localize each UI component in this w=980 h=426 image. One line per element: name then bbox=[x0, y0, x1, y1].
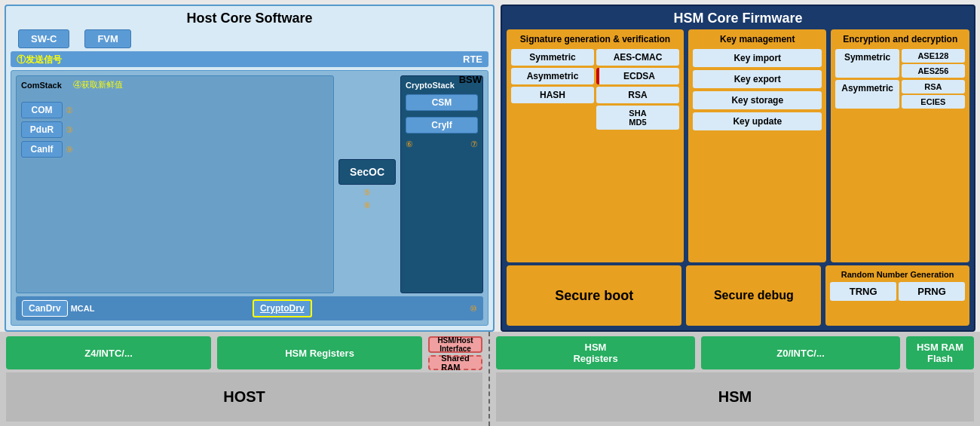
rng-title: Random Number Generation bbox=[830, 270, 965, 279]
hsm-registers-right-box: HSM Registers bbox=[496, 336, 695, 369]
host-core-software-panel: Host Core Software SW-C FVM ①发送信号 RTE BS… bbox=[5, 5, 495, 332]
candrv-module: CanDrv bbox=[22, 300, 68, 317]
signal-text: ①发送信号 bbox=[17, 54, 62, 66]
secoc-module: SecOC bbox=[338, 159, 396, 185]
hsm-host-interface-box: HSM/Host Interface bbox=[428, 336, 482, 353]
host-core-title: Host Core Software bbox=[11, 11, 488, 26]
sig-title: Signature generation & verification bbox=[511, 34, 679, 44]
page-wrapper: Host Core Software SW-C FVM ①发送信号 RTE BS… bbox=[0, 0, 980, 426]
sig-hash: HASH bbox=[511, 87, 594, 103]
mcal-left: CanDrv MCAL bbox=[22, 300, 94, 317]
secure-boot-panel: Secure boot bbox=[507, 265, 681, 326]
enc-grid: Symmetric ASE128 AES256 Asymmetric RSA E… bbox=[835, 49, 965, 109]
hsm-top-panels: Signature generation & verification Symm… bbox=[507, 29, 969, 262]
fvm-module: FVM bbox=[84, 29, 130, 48]
enc-dec-title: Encryption and decryption bbox=[835, 34, 965, 44]
rte-bar: ①发送信号 RTE bbox=[11, 51, 488, 67]
cryptodrv-module: CryptoDrv bbox=[253, 299, 312, 317]
z0-box: Z0/INTC/... bbox=[701, 336, 900, 369]
secure-debug-label: Secure debug bbox=[714, 289, 794, 302]
sig-asymmetric: Asymmetric bbox=[511, 68, 594, 84]
secure-boot-label: Secure boot bbox=[555, 288, 633, 304]
hsm-label: HSM bbox=[496, 372, 974, 421]
hsm-green-boxes: HSM Registers Z0/INTC/... HSM RAM Flash bbox=[496, 336, 974, 369]
cryif-module: CryIf bbox=[406, 117, 478, 133]
shared-ram-box: Shared RAM bbox=[428, 355, 482, 370]
arrow6-label: ⑥ bbox=[406, 139, 413, 149]
sig-ecdsa: ECDSA bbox=[596, 68, 679, 84]
key-mgmt-title: Key management bbox=[693, 34, 822, 44]
enc-symmetric-label: Symmetric bbox=[835, 49, 899, 78]
arrow9-label: ⑨ bbox=[66, 145, 73, 155]
host-green-boxes: Z4/INTC/... HSM Registers HSM/Host Inter… bbox=[6, 336, 482, 369]
key-update: Key update bbox=[693, 112, 822, 130]
arrow10-label: ⑩ bbox=[470, 304, 477, 314]
bottom-hsm-side: HSM Registers Z0/INTC/... HSM RAM Flash … bbox=[490, 332, 980, 426]
bsw-inner: ComStack ④获取新鲜值 COM ② PduR ③ bbox=[16, 75, 483, 293]
secure-debug-panel: Secure debug bbox=[686, 265, 821, 326]
mcal-label: MCAL bbox=[71, 304, 95, 313]
enc-rsa: RSA bbox=[902, 80, 965, 93]
arrow7-label: ⑦ bbox=[470, 139, 478, 149]
arrow8-label: ⑧ bbox=[363, 201, 371, 210]
enc-ecies: ECIES bbox=[902, 95, 965, 109]
bsw-area: BSW ComStack ④获取新鲜值 COM ② P bbox=[11, 70, 488, 326]
arrow5-label: ⑤ bbox=[363, 188, 371, 198]
top-row: Host Core Software SW-C FVM ①发送信号 RTE BS… bbox=[0, 0, 980, 332]
sig-aes-cmac: AES-CMAC bbox=[596, 49, 679, 66]
crypto-arrows: ⑥ ⑦ bbox=[406, 139, 478, 149]
key-import: Key import bbox=[693, 49, 822, 67]
cryptostack-area: CryptoStack CSM CryIf ⑥ ⑦ bbox=[400, 75, 483, 293]
enc-aes-group: ASE128 AES256 bbox=[902, 49, 965, 78]
arrow3-label: ③ bbox=[66, 125, 73, 135]
bottom-host-side: Z4/INTC/... HSM Registers HSM/Host Inter… bbox=[0, 332, 490, 426]
sig-grid: Symmetric AES-CMAC Asymmetric ECDSA HASH… bbox=[511, 49, 679, 130]
bottom-row: Z4/INTC/... HSM Registers HSM/Host Inter… bbox=[0, 332, 980, 426]
secoc-area: SecOC ⑤ ⑧ bbox=[338, 75, 396, 293]
trng-box: TRNG bbox=[830, 282, 896, 301]
key-rows: Key import Key export Key storage Key up… bbox=[693, 49, 822, 130]
comstack-modules: COM ② PduR ③ CanIf ⑨ bbox=[21, 102, 329, 158]
key-mgmt-panel: Key management Key import Key export Key… bbox=[688, 29, 827, 262]
pdur-row: PduR ③ bbox=[21, 121, 329, 138]
csm-module: CSM bbox=[406, 94, 478, 111]
rng-panel: Random Number Generation TRNG PRNG bbox=[825, 265, 969, 326]
swc-module: SW-C bbox=[18, 29, 69, 48]
crypto-modules: CSM CryIf bbox=[406, 94, 478, 136]
key-storage: Key storage bbox=[693, 91, 822, 109]
canif-row: CanIf ⑨ bbox=[21, 141, 329, 158]
sig-panel: Signature generation & verification Symm… bbox=[507, 29, 684, 262]
sig-symmetric: Symmetric bbox=[511, 49, 594, 66]
enc-aes128: ASE128 bbox=[902, 49, 965, 63]
hsm-bottom-panels: Secure boot Secure debug Random Number G… bbox=[507, 265, 969, 326]
top-modules-row: SW-C FVM bbox=[11, 29, 488, 48]
enc-dec-panel: Encryption and decryption Symmetric ASE1… bbox=[831, 29, 969, 262]
rng-grid: TRNG PRNG bbox=[830, 282, 965, 301]
enc-asymmetric-label: Asymmetric bbox=[835, 80, 899, 109]
hsm-registers-left-box: HSM Registers bbox=[217, 336, 422, 369]
com-row: COM ② bbox=[21, 102, 329, 118]
enc-aes256: AES256 bbox=[902, 64, 965, 78]
hsm-core-title: HSM Core Firmware bbox=[507, 11, 969, 26]
mcal-bar: CanDrv MCAL CryptoDrv ⑩ bbox=[16, 296, 483, 320]
canif-module: CanIf bbox=[21, 141, 63, 158]
hsm-ram-box: HSM RAM Flash bbox=[906, 336, 974, 369]
prng-box: PRNG bbox=[899, 282, 965, 301]
fresh-text: ④获取新鲜值 bbox=[73, 79, 123, 90]
sig-rsa: RSA bbox=[596, 87, 679, 103]
bsw-label: BSW bbox=[459, 74, 482, 85]
comstack-area: ComStack ④获取新鲜值 COM ② PduR ③ bbox=[16, 75, 334, 293]
arrow2-label: ② bbox=[66, 106, 73, 115]
com-module: COM bbox=[21, 102, 63, 118]
z4-box: Z4/INTC/... bbox=[6, 336, 211, 369]
hsm-core-firmware-panel: HSM Core Firmware Signature generation &… bbox=[501, 5, 975, 332]
rte-label: RTE bbox=[463, 54, 482, 65]
host-label: HOST bbox=[6, 372, 482, 421]
pdur-module: PduR bbox=[21, 121, 63, 138]
key-export: Key export bbox=[693, 70, 822, 88]
sig-sha-md5: SHAMD5 bbox=[596, 106, 679, 130]
comstack-label: ComStack bbox=[21, 81, 329, 90]
enc-asym-group: RSA ECIES bbox=[902, 80, 965, 109]
interface-shared-group: HSM/Host Interface Shared RAM bbox=[428, 336, 482, 369]
